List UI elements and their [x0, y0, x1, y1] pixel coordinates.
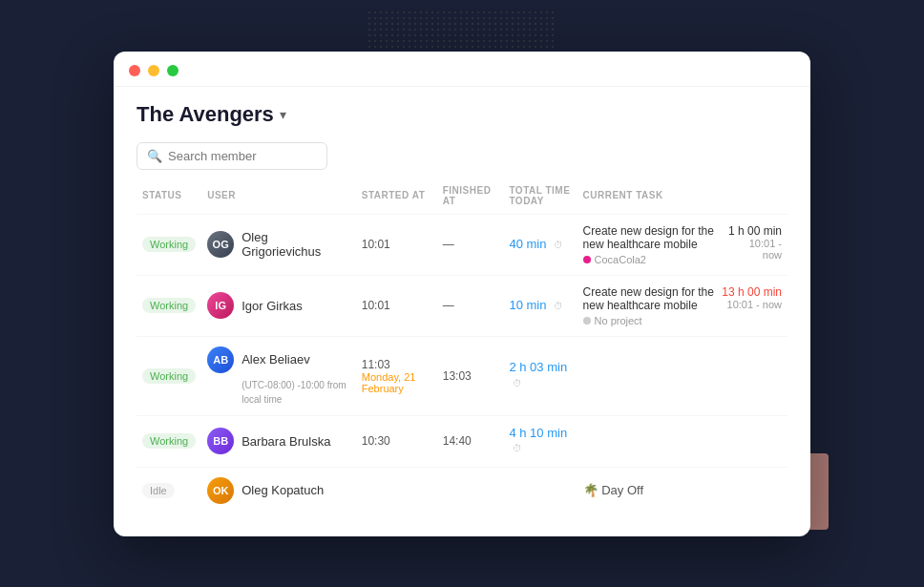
task-cell: Create new design for the new healthcare…: [578, 214, 788, 275]
clock-icon[interactable]: ⏱: [509, 374, 526, 391]
col-task: Current Task: [578, 185, 765, 215]
col-started: Started At: [356, 185, 437, 215]
started-at-cell: 11:03Monday, 21 February: [356, 336, 437, 415]
task-cell: 🌴 Day Off: [578, 467, 788, 514]
clock-icon[interactable]: ⏱: [509, 440, 526, 457]
total-time-value: 4 h 10 min: [509, 426, 567, 440]
status-badge: Working: [142, 298, 196, 313]
chevron-down-icon[interactable]: ▾: [280, 107, 286, 122]
user-name: Barbara Brulska: [242, 434, 330, 449]
col-finished: Finished At: [437, 185, 504, 215]
page-title: The Avengers: [136, 102, 274, 127]
avatar: OG: [207, 231, 234, 258]
status-badge: Working: [142, 368, 196, 384]
finished-at-cell: 13:03: [437, 336, 504, 415]
total-time-cell: 4 h 10 min ⏱: [503, 415, 577, 467]
search-wrap: 🔍: [136, 142, 327, 170]
task-title: Create new design for the new healthcare…: [583, 285, 723, 312]
content-area: The Avengers ▾ 🔍 Status User Started At …: [114, 87, 810, 536]
table-row: WorkingABAlex Beliaev(UTC-08:00) -10:00 …: [136, 336, 788, 415]
user-cell: BBBarbara Brulska: [201, 415, 356, 467]
user-cell: OGOleg Grigorievichus: [201, 214, 356, 275]
col-total: Total Time Today: [503, 185, 577, 215]
status-cell: Working: [136, 336, 201, 415]
status-badge: Working: [142, 237, 196, 252]
task-total: 13 h 00 min: [722, 285, 782, 299]
table-row: WorkingBBBarbara Brulska10:3014:404 h 10…: [136, 415, 788, 467]
user-name: Alex Beliaev: [242, 352, 310, 367]
started-at-cell: 10:30: [356, 415, 437, 467]
started-at-cell: 10:01: [356, 214, 437, 275]
status-cell: Working: [136, 214, 201, 275]
dayoff-label: 🌴 Day Off: [583, 483, 782, 497]
clock-icon[interactable]: ⏱: [550, 236, 567, 253]
status-cell: Working: [136, 275, 201, 336]
minimize-button[interactable]: [148, 65, 159, 76]
clock-icon[interactable]: ⏱: [550, 297, 567, 314]
task-cell: Create new design for the new healthcare…: [578, 275, 788, 336]
close-button[interactable]: [129, 65, 140, 76]
total-time-value: 10 min: [509, 298, 546, 312]
total-time-cell: [503, 467, 577, 514]
titlebar: [114, 52, 810, 87]
page-title-row: The Avengers ▾: [136, 102, 788, 127]
col-user: User: [201, 185, 356, 215]
project-dot-icon: [583, 256, 591, 263]
task-time-range: 10:01 - now: [728, 238, 782, 261]
search-container: 🔍: [136, 142, 788, 170]
user-name: Igor Girkas: [242, 299, 303, 313]
task-title: Create new design for the new healthcare…: [583, 224, 728, 251]
total-time-value: 40 min: [509, 237, 546, 251]
col-status: Status: [136, 185, 201, 215]
traffic-lights: [129, 65, 178, 76]
total-time-cell: 10 min ⏱: [503, 275, 577, 336]
total-time-cell: 40 min ⏱: [503, 214, 577, 275]
status-cell: Idle: [136, 467, 201, 514]
user-name: Oleg Kopatuch: [242, 483, 324, 497]
timezone-info: (UTC-08:00) -10:00 from local time: [242, 380, 346, 405]
project-dot-icon: [583, 317, 591, 325]
table-row: WorkingIGIgor Girkas10:01—10 min ⏱Create…: [136, 275, 788, 336]
status-badge: Idle: [142, 483, 175, 498]
started-at-cell: 10:01: [356, 275, 437, 336]
project-name: CocaCola2: [595, 254, 646, 265]
col-task-time: [764, 185, 788, 215]
started-at-cell: [356, 467, 437, 514]
table-row: IdleOKOleg Kopatuch🌴 Day Off: [136, 467, 788, 514]
user-name: Oleg Grigorievichus: [242, 230, 350, 259]
user-cell: IGIgor Girkas: [201, 275, 356, 336]
fullscreen-button[interactable]: [167, 65, 178, 76]
task-total: 1 h 00 min: [728, 224, 782, 238]
avatar: OK: [207, 477, 234, 504]
total-time-value: 2 h 03 min: [509, 360, 567, 374]
table-row: WorkingOGOleg Grigorievichus10:01—40 min…: [136, 214, 788, 275]
status-badge: Working: [142, 433, 196, 449]
task-cell: [578, 415, 788, 467]
sub-date: Monday, 21 February: [362, 371, 431, 394]
project-name: No project: [595, 315, 642, 326]
task-cell: [578, 336, 788, 415]
main-window: The Avengers ▾ 🔍 Status User Started At …: [114, 52, 810, 536]
avatar: IG: [207, 292, 234, 319]
finished-at-cell: [437, 467, 504, 514]
status-cell: Working: [136, 415, 201, 467]
total-time-cell: 2 h 03 min ⏱: [503, 336, 577, 415]
user-cell: OKOleg Kopatuch: [201, 467, 356, 514]
finished-at-cell: 14:40: [437, 415, 504, 467]
members-table: Status User Started At Finished At Total…: [136, 185, 788, 514]
search-icon: 🔍: [147, 149, 162, 163]
search-input[interactable]: [168, 149, 317, 163]
task-time-range: 10:01 - now: [722, 299, 782, 310]
finished-at-cell: —: [437, 214, 504, 275]
avatar: BB: [207, 428, 234, 454]
user-cell: ABAlex Beliaev(UTC-08:00) -10:00 from lo…: [201, 336, 356, 415]
finished-at-cell: —: [437, 275, 504, 336]
avatar: AB: [207, 346, 234, 373]
